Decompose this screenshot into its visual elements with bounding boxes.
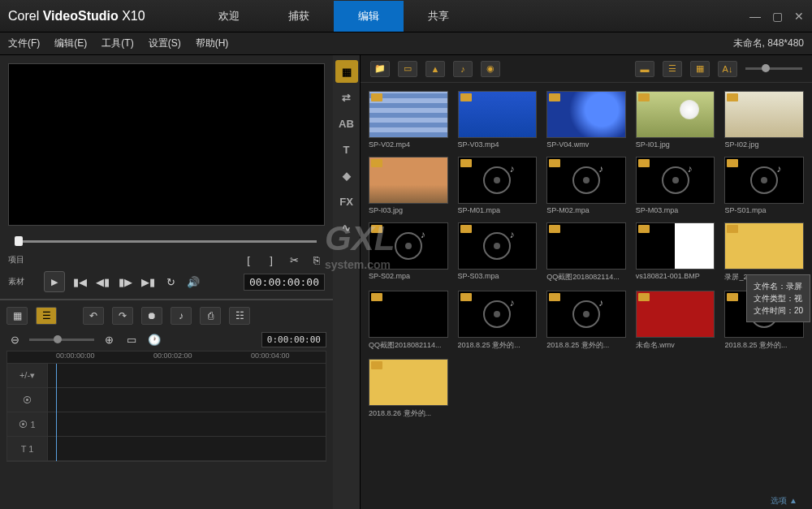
tab-edit[interactable]: 编辑 <box>334 1 404 32</box>
thumbnail[interactable] <box>724 222 804 270</box>
play-button[interactable]: ▶ <box>44 271 65 292</box>
library-item[interactable]: QQ截图2018082114... <box>369 291 448 351</box>
filter-audio-icon[interactable]: ♪ <box>453 61 473 77</box>
preview-timecode[interactable]: 00:00:00:00 <box>244 274 325 291</box>
library-item[interactable]: vs180821-001.BMP <box>636 222 715 283</box>
audio-tool-button[interactable]: ♪ <box>171 307 192 325</box>
library-item[interactable]: 2018.8.25 意外的... <box>546 291 626 351</box>
options-footer[interactable]: 选项 ▲ <box>756 493 812 509</box>
library-item[interactable]: SP-V03.mp4 <box>458 91 538 149</box>
thumb-size-slider[interactable] <box>745 67 802 70</box>
chapter-button[interactable]: ⎙ <box>200 307 221 325</box>
side-tab-filter[interactable]: FX <box>335 190 358 213</box>
zoom-in-button[interactable]: ⊕ <box>101 331 117 347</box>
side-tab-title-t[interactable]: T <box>335 138 358 161</box>
zoom-slider[interactable] <box>29 339 94 341</box>
view-thumb-icon[interactable]: ▬ <box>635 61 654 77</box>
fit-button[interactable]: ▭ <box>123 331 140 347</box>
mode-clip-label[interactable]: 素材 <box>8 276 37 287</box>
clock-icon[interactable]: 🕐 <box>146 331 162 347</box>
thumbnail[interactable] <box>369 291 448 338</box>
preview-window[interactable] <box>8 63 325 226</box>
library-item[interactable]: 2018.8.26 意外的... <box>369 359 448 419</box>
thumbnail[interactable] <box>369 222 448 270</box>
side-tab-graphic[interactable]: ◆ <box>335 164 358 187</box>
thumbnail[interactable] <box>458 157 538 204</box>
subtitle-button[interactable]: ☷ <box>229 307 250 325</box>
cut-icon[interactable]: ✂ <box>286 252 302 268</box>
menu-tools[interactable]: 工具(T) <box>102 37 133 50</box>
library-item[interactable]: SP-S01.mpa <box>724 157 804 214</box>
thumbnail[interactable] <box>369 359 448 406</box>
side-tab-media[interactable]: ▦ <box>335 60 358 83</box>
tab-share[interactable]: 共享 <box>404 1 473 32</box>
library-item[interactable]: 录屏_2018... <box>724 222 804 283</box>
thumbnail[interactable] <box>724 91 804 138</box>
track-head-settings[interactable]: +/-▾ <box>7 364 48 387</box>
menu-settings[interactable]: 设置(S) <box>149 37 181 50</box>
track-body[interactable] <box>48 364 326 387</box>
redo-button[interactable]: ↷ <box>112 307 133 325</box>
record-button[interactable]: ⏺ <box>141 307 162 325</box>
track-body[interactable] <box>48 388 326 412</box>
library-item[interactable]: SP-M03.mpa <box>636 157 715 214</box>
side-tab-title-ab[interactable]: AB <box>335 112 358 135</box>
library-item[interactable]: SP-M01.mpa <box>458 157 538 214</box>
scrub-bar[interactable] <box>8 234 325 247</box>
home-button[interactable]: ▮◀ <box>71 274 88 290</box>
filter-video-icon[interactable]: ▭ <box>398 61 417 77</box>
maximize-icon[interactable]: ▢ <box>772 10 783 23</box>
storyboard-view-button[interactable]: ▦ <box>6 307 28 325</box>
menu-file[interactable]: 文件(F) <box>8 37 40 50</box>
library-item[interactable]: SP-V04.wmv <box>546 91 626 149</box>
view-list-icon[interactable]: ☰ <box>663 61 682 77</box>
zoom-out-button[interactable]: ⊖ <box>6 331 23 347</box>
side-tab-path[interactable]: ∿ <box>335 216 358 239</box>
thumbnail[interactable] <box>458 222 538 270</box>
timeline-view-button[interactable]: ☰ <box>36 307 57 325</box>
mark-in-icon[interactable]: [ <box>240 252 257 268</box>
library-item[interactable]: 未命名.wmv <box>636 291 715 351</box>
thumbnail[interactable] <box>546 91 626 138</box>
library-item[interactable]: SP-S02.mpa <box>369 222 448 283</box>
library-item[interactable]: 2018.8.25 意外的... <box>458 291 538 351</box>
prev-frame-button[interactable]: ◀▮ <box>94 274 110 290</box>
thumbnail[interactable] <box>458 291 538 338</box>
library-item[interactable]: SP-I03.jpg <box>369 157 448 214</box>
title-track-icon[interactable]: T 1 <box>7 437 48 460</box>
scrub-head[interactable] <box>15 236 23 246</box>
thumbnail[interactable] <box>369 157 448 204</box>
volume-button[interactable]: 🔊 <box>185 274 201 290</box>
undo-button[interactable]: ↶ <box>83 307 104 325</box>
library-item[interactable]: SP-I01.jpg <box>636 91 715 149</box>
thumbnail[interactable] <box>458 91 538 138</box>
track-body[interactable] <box>48 412 326 436</box>
tab-capture[interactable]: 捕获 <box>264 1 334 32</box>
library-item[interactable]: SP-V02.mp4 <box>369 91 448 149</box>
thumbnail[interactable] <box>636 91 715 138</box>
library-item[interactable]: QQ截图2018082114... <box>546 222 626 283</box>
snapshot-icon[interactable]: ⎘ <box>309 252 325 268</box>
track-body[interactable] <box>48 437 326 460</box>
thumbnail[interactable] <box>724 157 804 204</box>
tab-welcome[interactable]: 欢迎 <box>194 1 264 32</box>
filter-disc-icon[interactable]: ◉ <box>481 61 500 77</box>
view-grid-icon[interactable]: ▦ <box>690 61 710 77</box>
sort-icon[interactable]: A↓ <box>718 61 737 77</box>
library-item[interactable]: SP-I02.jpg <box>724 91 804 149</box>
thumbnail[interactable] <box>546 157 626 204</box>
thumbnail[interactable] <box>546 291 626 338</box>
overlay-track-icon[interactable]: ⦿ 1 <box>7 412 48 436</box>
thumbnail[interactable] <box>636 157 715 204</box>
close-icon[interactable]: ✕ <box>794 10 804 23</box>
menu-help[interactable]: 帮助(H) <box>196 37 229 50</box>
thumbnail[interactable] <box>546 222 626 270</box>
library-item[interactable]: SP-S03.mpa <box>458 222 538 283</box>
timeline-ruler[interactable]: 00:00:00:00 00:00:02:00 00:00:04:00 <box>6 351 326 364</box>
timeline-timecode[interactable]: 0:00:00:00 <box>261 332 326 347</box>
library-item[interactable]: SP-M02.mpa <box>546 157 626 214</box>
menu-edit[interactable]: 编辑(E) <box>54 37 87 50</box>
mode-project-label[interactable]: 项目 <box>8 254 37 265</box>
filter-photo-icon[interactable]: ▲ <box>425 61 445 77</box>
end-button[interactable]: ▶▮ <box>140 274 156 290</box>
